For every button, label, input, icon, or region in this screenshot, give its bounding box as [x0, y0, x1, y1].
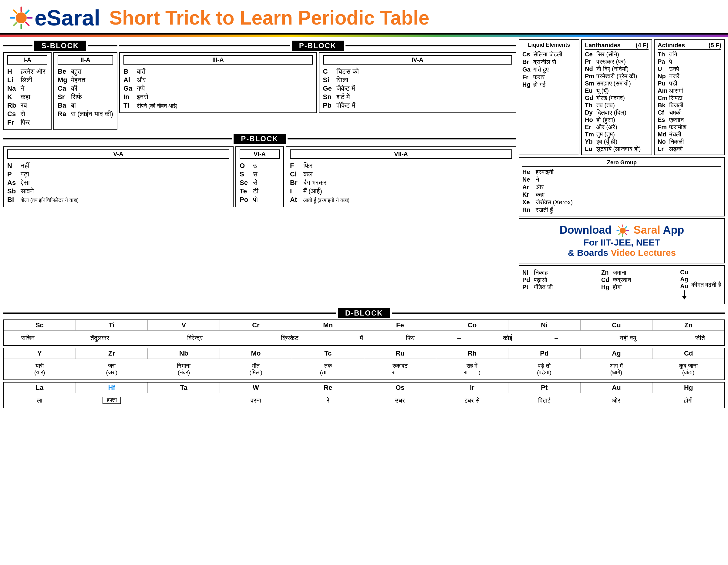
p-block-bottom-label: P-BLOCK	[234, 134, 285, 144]
group-iiia: III-A Bबातें Alऔर Gaगप्पे Inइनसे Tlटीपने…	[119, 52, 317, 113]
zero-group-list: Heहरमाइनी Neने Arऔर Krकहा Xeजेरॉक्स (Xer…	[522, 169, 721, 214]
header-subtitle: Short Trick to Learn Periodic Table	[109, 7, 429, 29]
list-item: Smसमझाए (समायी)	[585, 80, 649, 87]
list-item: Raरा (लाईन याद की)	[58, 110, 113, 118]
svg-line-15	[618, 227, 620, 229]
sym-ru: Ru	[364, 348, 436, 358]
sym-os: Os	[364, 382, 436, 393]
p-block-top-line-left	[119, 45, 290, 46]
list-item: Poपो	[240, 196, 280, 204]
rainbow-divider	[0, 35, 728, 37]
p-block-bottom-groups: V-A Nनहीं Pपढ़ा Asऐसा Sbसावने Biबोला (तब…	[3, 146, 516, 207]
list-item: Liलिली	[7, 76, 47, 84]
text-dash1: –	[435, 333, 484, 343]
d-block-label: D-BLOCK	[338, 308, 390, 318]
d-row1-symbols: Sc Ti V Cr Mn Fe Co Ni Cu Zn	[4, 320, 724, 331]
svg-line-5	[14, 10, 17, 13]
sym-zr: Zr	[76, 348, 148, 358]
list-item: Tbतब (तब)	[585, 102, 649, 109]
sym-fe: Fe	[364, 320, 436, 330]
text-zara: जरा(जरा)	[76, 361, 148, 377]
sym-w: W	[220, 382, 292, 393]
text-pt: पिटाई	[508, 396, 580, 405]
liquid-elements-box: Liquid Elements Csसेलिना जेटली Brब्राजील…	[519, 39, 579, 155]
d-row1-texts: सचिन तेंदुलकर विरेन्द्र क्रिकेट में फिर …	[4, 331, 724, 345]
list-item: Fफिर	[290, 162, 512, 170]
sym-cr: Cr	[220, 320, 292, 330]
right-column: Liquid Elements Csसेलिना जेटली Brब्राजील…	[519, 39, 725, 304]
iia-elements: Beबहुत Mgमेहनत Caकी Srसिर्फ Baबा Raरा (ल…	[58, 68, 113, 118]
group-via-title: VI-A	[240, 150, 280, 159]
text-cricket: क्रिकेट	[242, 333, 337, 343]
price-right: Znजमाना Cdकद्रदान Hgहोगा	[601, 269, 677, 301]
ag-label: Ag	[680, 276, 688, 283]
list-item: Thतांगे	[658, 51, 721, 58]
actinides-list: Thतांगे Paपे Uउनपे Npनजरें Puपड़ी Amआसमा…	[658, 51, 721, 153]
d-row2-texts: यारी(यार) जरा(जरा) निभाना(नंबर) मौत(मिला…	[4, 359, 724, 379]
list-item: Prपरखकर (पर)	[585, 58, 649, 65]
text-re: रे	[292, 396, 364, 405]
list-item: Iमैं (आई)	[290, 187, 512, 195]
text-yaari: यारी(यार)	[4, 361, 76, 377]
text-koi: कोई	[483, 333, 532, 343]
sym-ag: Ag	[581, 348, 653, 358]
sym-la: La	[4, 382, 76, 393]
price-box: Niनिकाह Pdपढ़ाओ Ptपंडित जी Znजमाना Cdकद्…	[519, 265, 725, 304]
list-item: Csसेलिना जेटली	[522, 51, 576, 58]
list-item: Tmतुम (तुम)	[585, 131, 649, 138]
text-phir: फिर	[386, 333, 435, 343]
list-item: Paपे	[658, 58, 721, 65]
saral-brand: Saral	[634, 224, 660, 236]
d-block-row3: La Hf Ta W Re Os Ir Pt Au Hg ला हफ्ता वर…	[3, 382, 725, 408]
s-block-label: S-BLOCK	[34, 41, 86, 51]
price-text: कीमत बढ़ती है	[691, 281, 721, 288]
d-block-row1: Sc Ti V Cr Mn Fe Co Ni Cu Zn सचिन तेंदुल…	[3, 319, 725, 346]
list-item: Niनिकाह	[522, 269, 598, 276]
sym-mo: Mo	[220, 348, 292, 358]
list-item: Pdपढ़ाओ	[522, 277, 598, 283]
sym-pd: Pd	[508, 348, 581, 358]
sym-zn: Zn	[652, 320, 724, 330]
list-item: Pmपरमेश्वरी (प्रेम की)	[585, 73, 649, 80]
down-arrow-icon	[681, 290, 687, 301]
list-item: Znजमाना	[601, 269, 677, 276]
sym-ir: Ir	[436, 382, 508, 393]
list-item: Seसे	[240, 179, 280, 187]
list-item: Baबा	[58, 102, 113, 109]
group-viia: VII-A Fफिर Clकल Brबैग भरकर Iमैं (आई) Atआ…	[286, 146, 516, 207]
ia-elements: Hहरमेश और Liलिली Naने Kकहा Rbरब Csसे Frफ…	[7, 68, 47, 126]
download-line1: Download	[524, 224, 720, 237]
list-item: Hoहो (हुआ)	[585, 116, 649, 123]
group-iva: IV-A Cचिट्स को Siसिला Geजैकेट में Snशर्ट…	[319, 52, 517, 113]
list-item: Cfचमकी	[658, 109, 721, 116]
text-pade: पड़े तो(पड़ेगा)	[508, 361, 580, 377]
list-item: Puपड़ी	[658, 80, 721, 87]
list-item: Cmसिमटा	[658, 95, 721, 102]
sym-cd: Cd	[652, 348, 724, 358]
lanthanides-list: Ceसिर (सीने) Prपरखकर (पर) Ndनौ दिए (नदिय…	[585, 51, 649, 153]
sym-re: Re	[292, 382, 364, 393]
svg-line-16	[625, 234, 627, 235]
list-item: Naने	[7, 85, 47, 93]
list-item: Pपढ़ा	[7, 170, 229, 178]
liquid-list: Csसेलिना जेटली Brब्राजील से Gaगाते हुए F…	[522, 51, 576, 88]
liquid-title: Liquid Elements	[522, 42, 576, 49]
list-item: Csसे	[7, 110, 47, 118]
group-iiia-title: III-A	[123, 55, 313, 65]
d-block-line-right	[392, 312, 725, 314]
header: eSaral Short Trick to Learn Periodic Tab…	[0, 0, 728, 35]
text-nibhana: निभाना(नंबर)	[148, 361, 220, 377]
d-row2-symbols: Y Zr Nb Mo Tc Ru Rh Pd Ag Cd	[4, 348, 724, 359]
list-item: Sस	[240, 170, 280, 178]
text-os: उधर	[364, 396, 436, 405]
text-aag: आग में(आगे)	[580, 361, 652, 377]
list-item: Hgहो गई	[522, 81, 576, 88]
sym-nb: Nb	[148, 348, 220, 358]
list-item: Biबोला (तब इनिचिजिलेटर ने कहा)	[7, 196, 229, 204]
text-virender: विरेन्द्र	[147, 333, 242, 343]
p-block-top-label: P-BLOCK	[292, 41, 344, 51]
svg-line-7	[26, 10, 29, 13]
sym-au: Au	[581, 382, 653, 393]
list-item: Kकहा	[7, 93, 47, 101]
list-item: Ceसिर (सीने)	[585, 51, 649, 58]
